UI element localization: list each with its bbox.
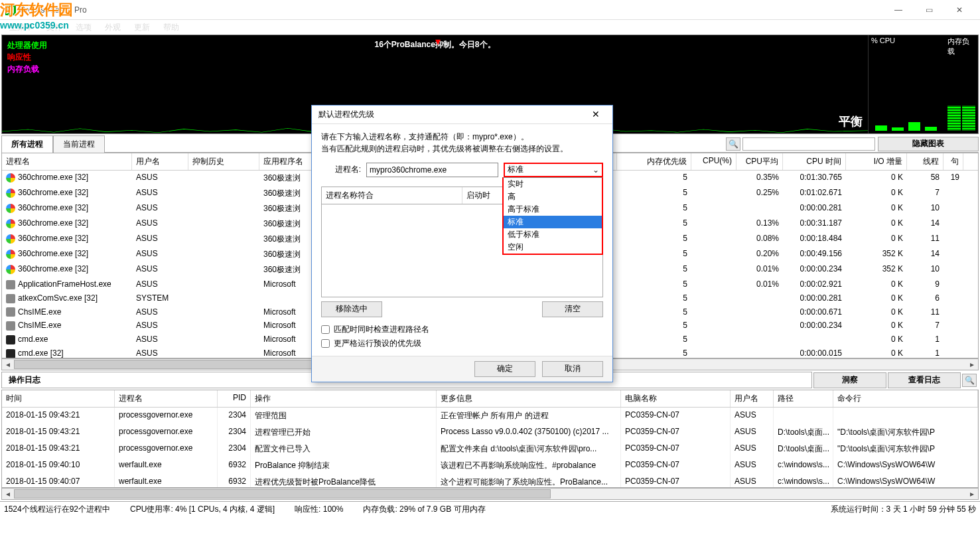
menu-update[interactable]: 更新 (129, 21, 155, 35)
minimize-button[interactable]: — (883, 0, 914, 20)
process-icon (6, 294, 15, 303)
dialog-close-icon[interactable]: ✕ (586, 109, 606, 119)
svg-rect-2 (12, 7, 13, 13)
dialog-title-bar[interactable]: 默认进程优先级 ✕ (312, 106, 612, 124)
rules-col-name[interactable]: 进程名称符合 (322, 187, 462, 204)
process-name-label: 进程名: (321, 164, 361, 175)
scroll-left-icon[interactable]: ◂ (2, 489, 14, 499)
log-col-user[interactable]: 用户名 (731, 390, 774, 407)
menu-help[interactable]: 帮助 (158, 21, 184, 35)
menu-bar: 主菜单 文件 选项 外观 更新 帮助 (0, 20, 980, 35)
title-bar: Process Lasso Pro — ▭ ✕ (0, 0, 980, 20)
log-table-hscroll[interactable]: ◂ ▸ (1, 488, 979, 500)
log-col-operation[interactable]: 操作 (251, 390, 437, 407)
process-icon (6, 173, 15, 183)
status-memory: 内存负载: 29% of 7.9 GB 可用内存 (363, 504, 485, 515)
col-mem-priority[interactable]: 内存优先级 (617, 153, 691, 170)
process-icon (6, 250, 15, 259)
log-table: 时间 进程名 PID 操作 更多信息 电脑名称 用户名 路径 命令行 2018-… (1, 390, 979, 488)
log-col-computer[interactable]: 电脑名称 (621, 390, 731, 407)
cpu-meter-label: % CPU (869, 35, 944, 46)
menu-options[interactable]: 选项 (70, 21, 97, 35)
scroll-left-icon[interactable]: ◂ (2, 359, 14, 370)
svg-rect-1 (10, 8, 11, 13)
log-settings-icon[interactable]: 🔍 (962, 374, 977, 387)
legend-memory: 内存负载 (7, 63, 47, 75)
check-match-path[interactable]: 匹配时同时检查进程路径名 (321, 324, 603, 335)
graph-marker-icon: ▾ (435, 35, 441, 48)
scroll-right-icon[interactable]: ▸ (966, 359, 978, 370)
graph-legend: 处理器使用 响应性 内存负载 (7, 39, 47, 75)
col-threads[interactable]: 线程 (907, 153, 944, 170)
col-process-name[interactable]: 进程名 (2, 153, 132, 170)
hide-chart-button[interactable]: 隐藏图表 (878, 137, 979, 151)
log-col-pid[interactable]: PID (218, 390, 251, 407)
table-row[interactable]: 2018-01-15 09:40:10werfault.exe6932ProBa… (2, 457, 978, 474)
app-icon (5, 5, 16, 15)
table-row[interactable]: 2018-01-15 09:40:07werfault.exe6932进程优先级… (2, 474, 978, 488)
tab-all-processes[interactable]: 所有进程 (1, 135, 53, 153)
status-cpu: CPU使用率: 4% [1 CPUs, 4 内核, 4 逻辑] (130, 504, 275, 515)
view-log-button[interactable]: 查看日志 (888, 372, 961, 388)
log-col-info[interactable]: 更多信息 (437, 390, 621, 407)
col-io[interactable]: I/O 增量 (846, 153, 907, 170)
process-icon (6, 280, 15, 289)
search-input[interactable] (742, 137, 875, 151)
table-row[interactable]: 2018-01-15 09:43:21processgovernor.exe23… (2, 424, 978, 441)
clear-button[interactable]: 清空 (542, 301, 603, 317)
priority-combobox-value: 标准 (508, 164, 524, 175)
dialog-title: 默认进程优先级 (318, 109, 586, 120)
scroll-right-icon[interactable]: ▸ (966, 489, 978, 499)
priority-option[interactable]: 实时 (504, 178, 602, 190)
cancel-button[interactable]: 取消 (542, 361, 603, 377)
priority-option[interactable]: 高 (504, 190, 602, 203)
process-icon (6, 234, 15, 244)
insight-button[interactable]: 洞察 (813, 372, 886, 388)
col-app[interactable]: 应用程序名 (259, 153, 312, 170)
priority-option[interactable]: 标准 (504, 216, 602, 228)
legend-responsiveness: 响应性 (7, 51, 47, 63)
process-icon (6, 265, 15, 274)
col-cpu-avg[interactable]: CPU平均 (736, 153, 783, 170)
log-col-time[interactable]: 时间 (2, 390, 115, 407)
process-name-input[interactable] (366, 163, 498, 177)
process-icon (6, 219, 15, 228)
check-strict-priority[interactable]: 更严格运行预设的优先级 (321, 338, 603, 349)
priority-option[interactable]: 空闲 (504, 241, 602, 254)
remove-selected-button[interactable]: 移除选中 (321, 301, 382, 317)
col-cpu-time[interactable]: CPU 时间 (783, 153, 846, 170)
maximize-button[interactable]: ▭ (914, 0, 944, 20)
table-row[interactable]: 2018-01-15 09:43:21processgovernor.exe23… (2, 441, 978, 457)
status-uptime: 系统运行时间：3 天 1 小时 59 分钟 55 秒 (831, 504, 976, 515)
log-col-process[interactable]: 进程名 (115, 390, 218, 407)
tab-current-processes[interactable]: 当前进程 (53, 135, 105, 153)
search-icon[interactable]: 🔍 (726, 137, 740, 151)
priority-combobox[interactable]: 标准 ⌄ (504, 163, 603, 177)
col-handles[interactable]: 句 (944, 153, 963, 170)
menu-file[interactable]: 文件 (41, 21, 68, 35)
status-responsiveness: 响应性: 100% (295, 504, 343, 515)
close-button[interactable]: ✕ (944, 0, 975, 20)
default-priority-dialog: 默认进程优先级 ✕ 请在下方输入进程名称，支持通配符（即：mypro*.exe）… (311, 105, 613, 382)
dialog-description: 请在下方输入进程名称，支持通配符（即：mypro*.exe）。 当有匹配此规则的… (321, 131, 603, 155)
table-row[interactable]: 2018-01-15 09:43:21processgovernor.exe23… (2, 408, 978, 424)
priority-option[interactable]: 低于标准 (504, 228, 602, 241)
priority-option[interactable]: 高于标准 (504, 203, 602, 216)
log-col-cmdline[interactable]: 命令行 (833, 390, 978, 407)
col-history[interactable]: 抑制历史 (188, 153, 259, 170)
log-col-path[interactable]: 路径 (774, 390, 833, 407)
process-icon (6, 189, 15, 198)
ok-button[interactable]: 确定 (474, 361, 535, 377)
menu-view[interactable]: 外观 (100, 21, 126, 35)
col-user[interactable]: 用户名 (132, 153, 188, 170)
menu-main[interactable]: 主菜单 (4, 21, 38, 35)
memory-meter-label: 内存负载 (945, 35, 978, 58)
window-title: Process Lasso Pro (20, 5, 883, 15)
legend-cpu: 处理器使用 (7, 39, 47, 51)
col-cpu[interactable]: CPU(%) (691, 153, 736, 170)
process-icon (6, 335, 15, 344)
status-threads: 1524个线程运行在92个进程中 (4, 504, 110, 515)
chevron-down-icon: ⌄ (593, 165, 599, 175)
process-icon (6, 307, 15, 317)
process-icon (6, 321, 15, 331)
